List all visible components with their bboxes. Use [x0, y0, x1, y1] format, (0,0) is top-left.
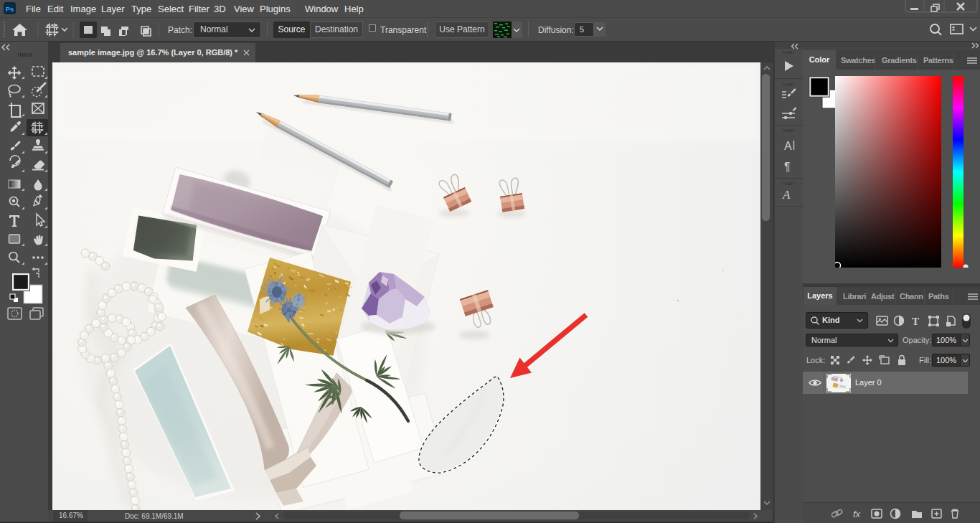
svg-text:Ps: Ps	[6, 5, 14, 13]
svg-text:fx: fx	[853, 509, 861, 519]
svg-text:A: A	[784, 140, 792, 152]
svg-text:T: T	[912, 316, 919, 327]
svg-text:¶: ¶	[784, 161, 791, 173]
svg-text:A: A	[782, 188, 791, 202]
